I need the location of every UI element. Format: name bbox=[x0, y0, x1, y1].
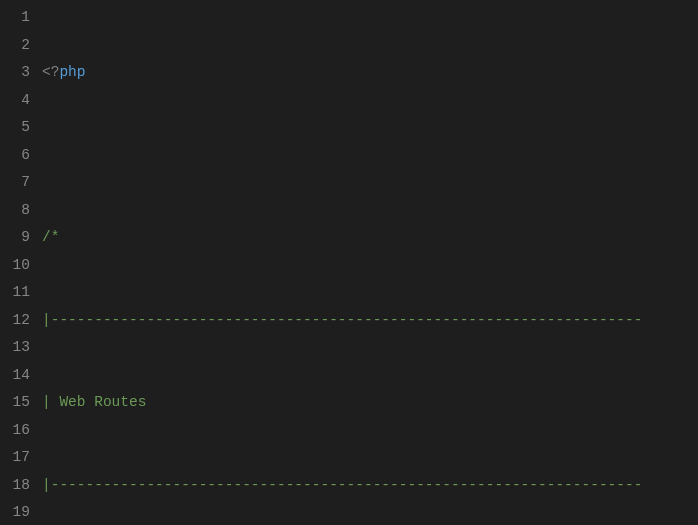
line-number: 5 bbox=[0, 114, 30, 142]
code-line: |---------------------------------------… bbox=[42, 472, 698, 500]
line-number: 4 bbox=[0, 87, 30, 115]
comment: /* bbox=[42, 229, 59, 245]
code-line bbox=[42, 142, 698, 170]
line-number: 2 bbox=[0, 32, 30, 60]
line-number: 6 bbox=[0, 142, 30, 170]
line-number: 18 bbox=[0, 472, 30, 500]
line-number-gutter: 1 2 3 4 5 6 7 8 9 10 11 12 13 14 15 16 1… bbox=[0, 0, 42, 525]
line-number: 16 bbox=[0, 417, 30, 445]
line-number: 17 bbox=[0, 444, 30, 472]
code-line: | Web Routes bbox=[42, 389, 698, 417]
code-line: <?php bbox=[42, 59, 698, 87]
line-number: 9 bbox=[0, 224, 30, 252]
comment: | Web Routes bbox=[42, 394, 146, 410]
line-number: 1 bbox=[0, 4, 30, 32]
code-editor: 1 2 3 4 5 6 7 8 9 10 11 12 13 14 15 16 1… bbox=[0, 0, 698, 525]
line-number: 13 bbox=[0, 334, 30, 362]
php-keyword: php bbox=[59, 64, 85, 80]
code-line: |---------------------------------------… bbox=[42, 307, 698, 335]
line-number: 15 bbox=[0, 389, 30, 417]
line-number: 11 bbox=[0, 279, 30, 307]
code-line: /* bbox=[42, 224, 698, 252]
line-number: 8 bbox=[0, 197, 30, 225]
line-number: 3 bbox=[0, 59, 30, 87]
line-number: 10 bbox=[0, 252, 30, 280]
php-open-tag: <? bbox=[42, 64, 59, 80]
line-number: 7 bbox=[0, 169, 30, 197]
line-number: 12 bbox=[0, 307, 30, 335]
line-number: 19 bbox=[0, 499, 30, 525]
comment: |---------------------------------------… bbox=[42, 312, 642, 328]
line-number: 14 bbox=[0, 362, 30, 390]
comment: |---------------------------------------… bbox=[42, 477, 642, 493]
code-area[interactable]: <?php /* |------------------------------… bbox=[42, 0, 698, 525]
